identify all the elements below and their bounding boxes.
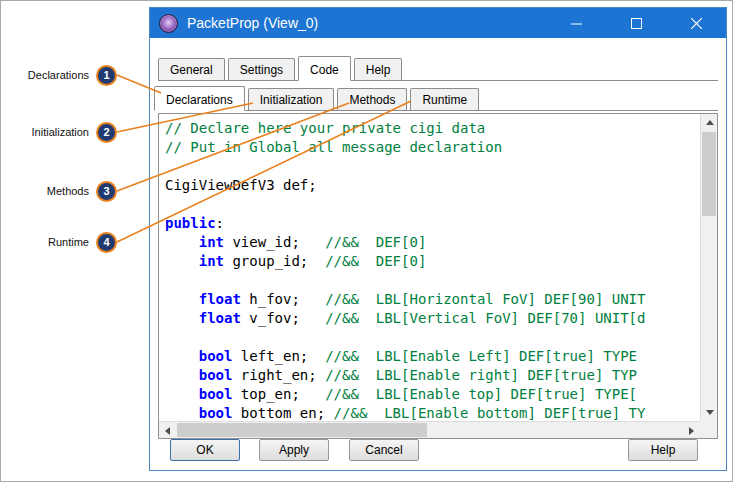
callout-initialization: Initialization2	[1, 122, 117, 142]
callout-declarations: Declarations1	[1, 65, 117, 85]
code-text: h_fov;	[241, 291, 325, 307]
code-text: :	[216, 215, 224, 231]
callout-runtime: Runtime4	[1, 232, 117, 252]
code-keyword: bool	[199, 367, 233, 383]
code-text	[165, 291, 199, 307]
cancel-button[interactable]: Cancel	[349, 439, 419, 461]
callout-methods: Methods3	[1, 181, 117, 201]
code-line	[165, 195, 698, 214]
callout-number-badge: 1	[96, 65, 117, 86]
code-text	[165, 234, 199, 250]
packetprop-dialog: PacketProp (View_0) GeneralSettingsCodeH…	[149, 7, 727, 471]
subtab-declarations[interactable]: Declarations	[154, 86, 245, 111]
window-title: PacketProp (View_0)	[187, 15, 546, 31]
vertical-scrollbar[interactable]	[700, 114, 717, 421]
code-text: v_fov;	[241, 310, 325, 326]
code-keyword: bool	[199, 348, 233, 364]
code-keyword: int	[199, 234, 224, 250]
code-comment: //&& LBL[Enable right] DEF[true] TYP	[325, 367, 637, 383]
code-line	[165, 157, 698, 176]
code-line: int view_id; //&& DEF[0]	[165, 233, 698, 252]
page: Declarations1Initialization2Methods3Runt…	[0, 0, 733, 482]
subtab-runtime[interactable]: Runtime	[410, 88, 479, 110]
main-tabstrip: GeneralSettingsCodeHelp	[158, 56, 718, 81]
callout-label: Declarations	[28, 69, 89, 81]
code-text: bottom_en;	[232, 405, 333, 421]
subtab-methods[interactable]: Methods	[337, 88, 407, 110]
code-line: // Put in Global all message declaration	[165, 138, 698, 157]
scroll-right-icon[interactable]	[683, 422, 700, 439]
titlebar[interactable]: PacketProp (View_0)	[150, 8, 726, 38]
code-line: float v_fov; //&& LBL[Vertical FoV] DEF[…	[165, 309, 698, 328]
code-text	[165, 253, 199, 269]
code-line: bool top_en; //&& LBL[Enable top] DEF[tr…	[165, 385, 698, 404]
horizontal-scrollbar[interactable]	[159, 421, 700, 438]
code-line: bool bottom_en; //&& LBL[Enable bottom] …	[165, 404, 698, 421]
code-keyword: bool	[199, 405, 233, 421]
code-comment: //&& LBL[Enable Left] DEF[true] TYPE	[325, 348, 637, 364]
app-icon	[159, 14, 178, 33]
code-text	[165, 367, 199, 383]
apply-button[interactable]: Apply	[259, 439, 329, 461]
code-text-area[interactable]: // Declare here your private cigi data//…	[159, 114, 700, 421]
code-line: bool right_en; //&& LBL[Enable right] DE…	[165, 366, 698, 385]
scroll-down-icon[interactable]	[701, 404, 718, 421]
tab-settings[interactable]: Settings	[228, 58, 295, 80]
code-comment: // Put in Global all message declaration	[165, 139, 502, 155]
code-line: public:	[165, 214, 698, 233]
code-editor: // Declare here your private cigi data//…	[158, 113, 718, 439]
callout-number-badge: 4	[96, 232, 117, 253]
subtab-initialization[interactable]: Initialization	[248, 88, 335, 110]
code-text: CigiViewDefV3 def;	[165, 177, 317, 193]
code-line: CigiViewDefV3 def;	[165, 176, 698, 195]
code-keyword: int	[199, 253, 224, 269]
code-line: // Declare here your private cigi data	[165, 119, 698, 138]
scroll-up-icon[interactable]	[701, 114, 718, 131]
callout-number-badge: 2	[96, 122, 117, 143]
horizontal-scrollbar-thumb[interactable]	[177, 423, 427, 437]
code-comment: //&& DEF[0]	[325, 234, 426, 250]
code-text: group_id;	[224, 253, 325, 269]
scroll-left-icon[interactable]	[159, 422, 176, 439]
callout-label: Runtime	[48, 236, 89, 248]
tab-general[interactable]: General	[158, 58, 225, 80]
vertical-scrollbar-thumb[interactable]	[702, 132, 716, 216]
callout-label: Initialization	[32, 126, 89, 138]
code-line: int group_id; //&& DEF[0]	[165, 252, 698, 271]
ok-button[interactable]: OK	[170, 439, 240, 461]
code-text: top_en;	[232, 386, 325, 402]
tab-help[interactable]: Help	[354, 58, 403, 80]
code-line: bool left_en; //&& LBL[Enable Left] DEF[…	[165, 347, 698, 366]
code-text: view_id;	[224, 234, 325, 250]
code-text	[165, 348, 199, 364]
code-comment: //&& LBL[Vertical FoV] DEF[70] UNIT[d	[325, 310, 645, 326]
callout-label: Methods	[47, 185, 89, 197]
code-text: left_en;	[232, 348, 325, 364]
code-text	[165, 310, 199, 326]
code-keyword: public	[165, 215, 216, 231]
maximize-icon[interactable]	[606, 8, 666, 38]
code-keyword: float	[199, 291, 241, 307]
minimize-icon[interactable]	[546, 8, 606, 38]
code-line: float h_fov; //&& LBL[Horizontal FoV] DE…	[165, 290, 698, 309]
scrollbar-corner	[700, 421, 717, 438]
code-line	[165, 271, 698, 290]
tab-code[interactable]: Code	[298, 56, 351, 81]
code-text: right_en;	[232, 367, 325, 383]
close-icon[interactable]	[666, 8, 726, 38]
code-text	[165, 386, 199, 402]
code-keyword: float	[199, 310, 241, 326]
code-comment: //&& LBL[Enable top] DEF[true] TYPE[	[325, 386, 637, 402]
code-line	[165, 328, 698, 347]
code-comment: // Declare here your private cigi data	[165, 120, 485, 136]
callout-number-badge: 3	[96, 181, 117, 202]
help-button[interactable]: Help	[628, 439, 698, 461]
code-comment: //&& DEF[0]	[325, 253, 426, 269]
code-comment: //&& LBL[Horizontal FoV] DEF[90] UNIT	[325, 291, 645, 307]
code-section-tabstrip: DeclarationsInitializationMethodsRuntime	[154, 86, 718, 111]
code-keyword: bool	[199, 386, 233, 402]
code-text	[165, 405, 199, 421]
window-controls	[546, 8, 726, 38]
code-comment: //&& LBL[Enable bottom] DEF[true] TY	[334, 405, 646, 421]
